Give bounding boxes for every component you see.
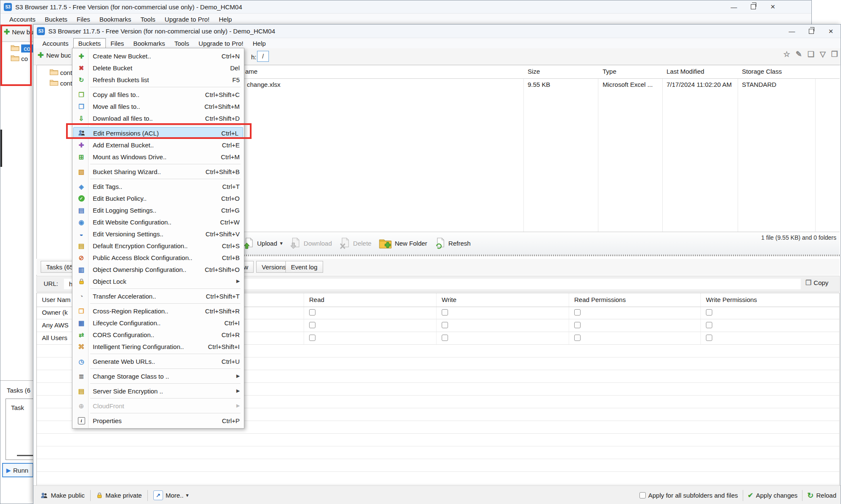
- more-button[interactable]: ↗More..▾: [153, 490, 188, 500]
- write-checkbox[interactable]: [442, 322, 448, 328]
- restore-icon[interactable]: [802, 25, 821, 38]
- menu-item-object-lock[interactable]: Object Lock▶: [72, 275, 244, 287]
- read-checkbox[interactable]: [309, 309, 315, 316]
- menubar-item-help[interactable]: Help: [214, 14, 237, 25]
- menubar-item-bookmarks[interactable]: Bookmarks: [129, 38, 170, 49]
- edit-pencil-icon[interactable]: ✎: [796, 50, 802, 58]
- path-input[interactable]: /: [257, 51, 269, 62]
- menu-item-properties[interactable]: iPropertiesCtrl+P: [72, 415, 244, 426]
- bucket-tree-item[interactable]: cont: [50, 69, 72, 77]
- menubar-item-files[interactable]: Files: [106, 38, 129, 49]
- copy-url-button[interactable]: ❐ Copy: [805, 279, 828, 286]
- file-column-header[interactable]: Size: [528, 68, 540, 75]
- menubar-item-upgrade-to-pro-[interactable]: Upgrade to Pro!: [194, 38, 248, 49]
- make-private-button[interactable]: Make private: [96, 492, 142, 499]
- refresh-button[interactable]: Refresh: [435, 238, 471, 249]
- menu-item-copy-all-files-to[interactable]: ❐Copy all files to..Ctrl+Shift+C: [72, 89, 244, 100]
- menu-item-edit-permissions-acl[interactable]: Edit Permissions (ACL)Ctrl+L: [73, 127, 243, 139]
- menu-item-edit-bucket-policy[interactable]: ✓Edit Bucket Policy..Ctrl+O: [72, 192, 244, 204]
- close-icon[interactable]: ×: [763, 0, 783, 13]
- menubar-item-tools[interactable]: Tools: [136, 14, 160, 25]
- menu-item-edit-website-configuration[interactable]: ◉Edit Website Configuration..Ctrl+W: [72, 216, 244, 228]
- back-title-bar: S3 S3 Browser 11.7.5 - Free Version (for…: [0, 0, 811, 14]
- bucket-tree-item[interactable]: co: [11, 55, 28, 63]
- menu-item-generate-web-urls[interactable]: ◷Generate Web URLs..Ctrl+U: [72, 355, 244, 367]
- menu-item-cors-configuration[interactable]: ⇄CORS Configuration..Ctrl+R: [72, 329, 244, 341]
- menu-item-change-storage-class-to[interactable]: ≣Change Storage Class to ..▶: [72, 370, 244, 382]
- read-checkbox[interactable]: [309, 322, 315, 328]
- menu-item-transfer-acceleration[interactable]: ◔Transfer Acceleration..Ctrl+Shift+T: [72, 290, 244, 302]
- menu-item-cross-region-replication[interactable]: ❒Cross-Region Replication..Ctrl+Shift+R: [72, 305, 244, 317]
- restore-icon[interactable]: [744, 0, 763, 13]
- write-checkbox[interactable]: [442, 309, 448, 316]
- read-checkbox[interactable]: [309, 335, 315, 341]
- menubar-item-files[interactable]: Files: [72, 14, 95, 25]
- write-permissions-checkbox[interactable]: [706, 309, 712, 316]
- cross-region-replication-icon: ❒: [78, 308, 84, 314]
- menubar-item-buckets[interactable]: Buckets: [40, 14, 72, 25]
- close-icon[interactable]: ×: [821, 25, 841, 38]
- menu-item-download-all-files-to[interactable]: ⇩Download all files to..Ctrl+Shift+D: [72, 112, 244, 124]
- write-checkbox[interactable]: [442, 335, 448, 341]
- menu-item-server-side-encryption[interactable]: ▤Server Side Encryption ..▶: [72, 385, 244, 397]
- read-permissions-checkbox[interactable]: [574, 335, 581, 341]
- minimize-icon[interactable]: —: [782, 25, 802, 38]
- apply-subfolders-checkbox[interactable]: Apply for all subfolders and files: [639, 492, 738, 499]
- menubar-item-accounts[interactable]: Accounts: [38, 38, 73, 49]
- horizontal-scrollbar[interactable]: [17, 455, 33, 456]
- divider: [147, 490, 148, 501]
- back-running-button[interactable]: ▶ Runn: [2, 463, 33, 477]
- new-bucket-button[interactable]: ✚ New buc: [38, 52, 71, 59]
- file-column-header[interactable]: ame: [245, 68, 257, 75]
- menu-item-edit-tags[interactable]: ◈Edit Tags..Ctrl+T: [72, 180, 244, 192]
- tab-event-log[interactable]: Event log: [285, 261, 323, 273]
- write-permissions-checkbox[interactable]: [706, 322, 712, 328]
- bucket-tree-item[interactable]: cont: [50, 79, 72, 87]
- menu-item-delete-bucket[interactable]: ✖Delete BucketDel: [72, 62, 244, 74]
- write-permissions-checkbox[interactable]: [706, 335, 712, 341]
- menubar-item-bookmarks[interactable]: Bookmarks: [95, 14, 136, 25]
- menu-item-add-external-bucket[interactable]: ✚Add External Bucket..Ctrl+E: [72, 139, 244, 151]
- minimize-icon[interactable]: —: [724, 0, 744, 13]
- permissions-column-header: Read: [309, 296, 324, 303]
- menu-item-public-access-block-configuration[interactable]: ⊘Public Access Block Configuration..Ctrl…: [72, 252, 244, 263]
- favorites-star-icon[interactable]: ☆: [783, 50, 790, 58]
- card-icon[interactable]: ❑: [808, 50, 814, 58]
- download-all-files-icon: ⇩: [79, 115, 84, 122]
- menubar-item-tools[interactable]: Tools: [170, 38, 194, 49]
- menubar-item-help[interactable]: Help: [248, 38, 271, 49]
- bucket-tree-item[interactable]: co: [11, 44, 33, 53]
- menu-item-create-new-bucket[interactable]: ✚Create New Bucket..Ctrl+N: [72, 50, 244, 62]
- menu-item-object-ownership-configuration[interactable]: ▥Object Ownership Configuration..Ctrl+Sh…: [72, 263, 244, 275]
- copy-doc-icon[interactable]: ❐: [831, 50, 838, 58]
- menu-item-intelligent-tiering-configuration[interactable]: ⌘Intelligent Tiering Configuration..Ctrl…: [72, 341, 244, 352]
- file-column-header[interactable]: Type: [603, 68, 617, 75]
- read-permissions-checkbox[interactable]: [574, 309, 581, 316]
- read-permissions-checkbox[interactable]: [574, 322, 581, 328]
- menubar-item-upgrade-to-pro-[interactable]: Upgrade to Pro!: [160, 14, 214, 25]
- file-column-header[interactable]: Last Modified: [667, 68, 704, 75]
- filter-icon[interactable]: ▽: [820, 50, 826, 58]
- apply-changes-button[interactable]: ✔Apply changes: [748, 492, 798, 499]
- button-label: Refresh: [448, 240, 471, 247]
- server-side-encryption-icon: ▤: [78, 388, 84, 394]
- new-folder-button[interactable]: New Folder: [379, 238, 427, 249]
- reload-button[interactable]: ↻Reload: [807, 492, 836, 499]
- upload-button[interactable]: Upload▾: [243, 238, 282, 249]
- menubar-item-accounts[interactable]: Accounts: [5, 14, 40, 25]
- menu-item-mount-as-windows-drive[interactable]: ⊞Mount as Windows Drive..Ctrl+M: [72, 151, 244, 163]
- menu-item-edit-versioning-settings[interactable]: ◒Edit Versioning Settings..Ctrl+Shift+V: [72, 228, 244, 240]
- menu-item-default-encryption-configuration[interactable]: ▤Default Encryption Configuration..Ctrl+…: [72, 240, 244, 252]
- copy-icon: ❐: [805, 280, 811, 286]
- copy-all-files-icon: ❐: [78, 91, 84, 98]
- file-column-header[interactable]: Storage Class: [742, 68, 782, 75]
- menu-item-move-all-files-to[interactable]: ❐Move all files to..Ctrl+Shift+M: [72, 100, 244, 112]
- make-public-button[interactable]: Make public: [40, 492, 85, 499]
- menubar-item-buckets[interactable]: Buckets: [73, 38, 106, 49]
- back-new-bucket-button[interactable]: ✚ New bu: [4, 28, 33, 36]
- menu-item-lifecycle-configuration[interactable]: ▦Lifecycle Configuration..Ctrl+I: [72, 317, 244, 329]
- splitter-handle[interactable]: [242, 255, 840, 256]
- menu-item-bucket-sharing-wizard[interactable]: ▧Bucket Sharing Wizard..Ctrl+Shift+B: [72, 166, 244, 177]
- menu-item-refresh-buckets-list[interactable]: ↻Refresh Buckets listF5: [72, 74, 244, 86]
- menu-item-edit-logging-settings[interactable]: ▤Edit Logging Settings..Ctrl+G: [72, 204, 244, 216]
